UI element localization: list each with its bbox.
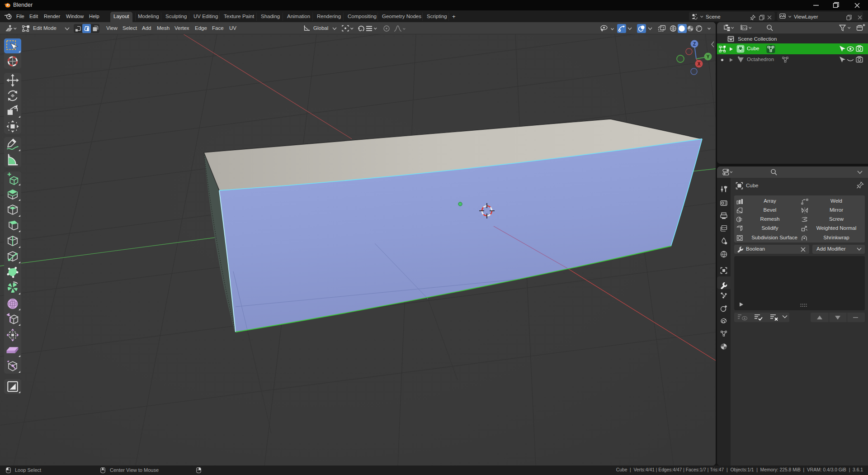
svg-text:Y: Y (707, 54, 710, 59)
svg-text:Z: Z (693, 42, 696, 47)
svg-text:X: X (698, 62, 701, 66)
